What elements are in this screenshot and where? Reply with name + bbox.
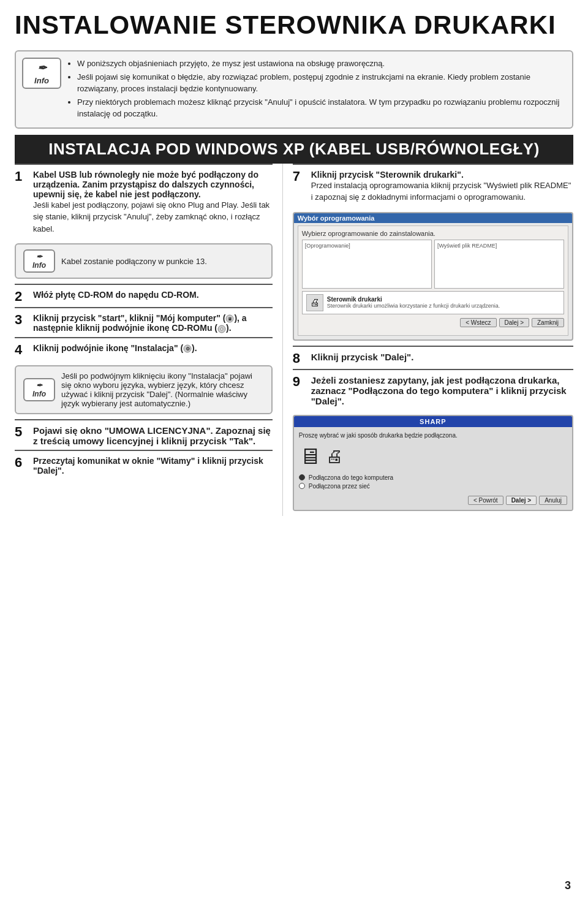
screenshot-1-item-text: Sterownik drukarki Sterownik drukarki um…	[327, 296, 500, 309]
info-label-step4: Info	[32, 390, 46, 398]
info-label-top: Info	[34, 76, 49, 85]
screenshot-1-btn-back[interactable]: < Wstecz	[460, 318, 496, 327]
step-4: 4 Kliknij podwójnie ikonę "Instalacja" (…	[15, 337, 273, 360]
info-label-step1: Info	[32, 261, 46, 270]
step-3-number: 3	[15, 313, 28, 327]
screenshot-1-btn-next[interactable]: Dalej >	[499, 318, 529, 327]
section-header: INSTALACJA POD WINDOWS XP (KABEL USB/RÓW…	[15, 135, 573, 164]
step-4-number: 4	[15, 343, 28, 357]
screenshot-1: Wybór oprogramowania Wybierz oprogramowa…	[293, 212, 573, 341]
printer-icon-ss1: 🖨	[306, 294, 323, 311]
step-6-bold: Przeczytaj komunikat w oknie "Witamy" i …	[33, 456, 263, 476]
screenshot-2-label: Proszę wybrać w jaki sposób drukarka będ…	[299, 432, 567, 439]
info-box-top: ✒ Info W poniższych objaśnieniach przyję…	[15, 50, 573, 129]
screenshot-2-footer: < Powrót Dalej > Anuluj	[299, 496, 567, 505]
step-6-number: 6	[15, 456, 28, 469]
step-5-content: Pojawi się okno "UMOWA LICENCYJNA". Zapo…	[33, 425, 273, 446]
step-1-content: Kabel USB lub równoległy nie może być po…	[33, 170, 273, 235]
step-3: 3 Kliknij przycisk "start", kliknij "Mój…	[15, 307, 273, 337]
step-2: 2 Włóż płytę CD-ROM do napędu CD-ROM.	[15, 284, 273, 307]
screenshot-2-option1-label: Podłączona do tego komputera	[309, 474, 393, 481]
screenshot-2-btn-cancel[interactable]: Anuluj	[539, 496, 567, 505]
col-left: 1 Kabel USB lub równoległy nie może być …	[15, 164, 283, 516]
screenshot-1-title: Wybór oprogramowania	[294, 213, 572, 223]
step-1-bold: Kabel USB lub równoległy nie może być po…	[33, 170, 258, 199]
step-2-bold: Włóż płytę CD-ROM do napędu CD-ROM.	[33, 290, 199, 300]
screenshot-2-option2: Podłączona przez sieć	[299, 483, 567, 490]
step-8: 8 Kliknij przycisk "Dalej".	[293, 346, 573, 369]
screenshot-1-label: Wybierz oprogramowanie do zainstalowania…	[302, 230, 564, 237]
step-2-content: Włóż płytę CD-ROM do napędu CD-ROM.	[33, 290, 273, 300]
screenshot-1-left-panel: [Oprogramowanie]	[302, 240, 432, 289]
step-1-normal: Jeśli kabel jest podłączony, pojawi się …	[33, 199, 273, 235]
step-8-bold: Kliknij przycisk "Dalej".	[311, 352, 414, 362]
info-badge-step4: ✒ Info	[23, 378, 55, 401]
pen-icon-step4: ✒	[36, 381, 42, 390]
pen-icon-step1: ✒	[36, 252, 42, 261]
svg-text:🖥: 🖥	[228, 317, 232, 321]
screenshot-2-btn-back[interactable]: < Powrót	[468, 496, 503, 505]
info-box-step1: ✒ Info Kabel zostanie podłączony w punkc…	[15, 243, 273, 279]
step-9-bold: Jeżeli zostaniesz zapytany, jak jest pod…	[311, 375, 567, 406]
step-2-number: 2	[15, 290, 28, 303]
page-title: INSTALOWANIE STEROWNIKA DRUKARKI	[15, 11, 573, 39]
info-text-step4: Jeśli po podwójnym kliknięciu ikony "Ins…	[61, 371, 264, 408]
step-8-content: Kliknij przycisk "Dalej".	[311, 352, 573, 362]
screenshot-1-right-label: [Wyświetl plik README]	[437, 243, 561, 249]
step-7-content: Kliknij przycisk "Sterownik drukarki". P…	[311, 170, 573, 203]
radio-circle-2	[299, 483, 305, 489]
info-text-top: W poniższych objaśnieniach przyjęto, że …	[67, 58, 564, 121]
step-8-number: 8	[293, 352, 306, 365]
radio-circle-1	[299, 474, 305, 480]
screenshot-2: SHARP Proszę wybrać w jaki sposób drukar…	[293, 415, 573, 511]
step-1: 1 Kabel USB lub równoległy nie może być …	[15, 164, 273, 239]
page-wrapper: INSTALOWANIE STEROWNIKA DRUKARKI ✒ Info …	[0, 0, 588, 902]
step-9-number: 9	[293, 375, 306, 388]
info-badge-top: ✒ Info	[22, 58, 61, 89]
screenshot-1-cols: [Oprogramowanie] [Wyświetl plik README]	[302, 240, 564, 289]
svg-text:⚙: ⚙	[186, 346, 190, 352]
screenshot-1-body: Wybierz oprogramowanie do zainstalowania…	[298, 226, 568, 336]
step-6: 6 Przeczytaj komunikat w oknie "Witamy" …	[15, 450, 273, 479]
screenshot-1-btn-close[interactable]: Zamknij	[532, 318, 564, 327]
info-bullet-1: W poniższych objaśnieniach przyjęto, że …	[77, 58, 564, 70]
step-7-normal: Przed instalacją oprogramowania kliknij …	[311, 180, 573, 203]
screenshot-2-btn-next[interactable]: Dalej >	[506, 496, 537, 505]
printer-icon-ss2: 🖨	[326, 446, 343, 466]
screenshot-1-item-label: Sterownik drukarki	[327, 296, 500, 303]
page-header: INSTALOWANIE STEROWNIKA DRUKARKI	[0, 0, 588, 44]
step-5: 5 Pojawi się okno "UMOWA LICENCYJNA". Za…	[15, 419, 273, 450]
step-9: 9 Jeżeli zostaniesz zapytany, jak jest p…	[293, 369, 573, 410]
step-4-bold: Kliknij podwójnie ikonę "Instalacja" (⚙)…	[33, 343, 197, 353]
step-5-bold: Pojawi się okno "UMOWA LICENCYJNA". Zapo…	[33, 425, 271, 446]
col-right: 7 Kliknij przycisk "Sterownik drukarki".…	[283, 164, 573, 516]
screenshot-1-footer: < Wstecz Dalej > Zamknij	[302, 318, 564, 327]
screenshot-2-body: Proszę wybrać w jaki sposób drukarka będ…	[294, 427, 572, 510]
step-3-bold: Kliknij przycisk "start", kliknij "Mój k…	[33, 313, 247, 333]
screenshot-1-right-panel: [Wyświetl plik README]	[434, 240, 564, 289]
step-7-number: 7	[293, 170, 306, 183]
computer-icon-ss2: 🖥	[299, 444, 321, 469]
page-number: 3	[565, 879, 571, 892]
info-badge-step1: ✒ Info	[23, 249, 55, 273]
step-7-bold: Kliknij przycisk "Sterownik drukarki".	[311, 170, 573, 180]
screenshot-1-left-label: [Oprogramowanie]	[305, 243, 429, 249]
step-6-content: Przeczytaj komunikat w oknie "Witamy" i …	[33, 456, 273, 476]
screenshot-2-title: SHARP	[294, 416, 572, 427]
info-bullet-3: Przy niektórych problemach możesz klikną…	[77, 96, 564, 120]
two-col-layout: 1 Kabel USB lub równoległy nie może być …	[15, 164, 573, 516]
screenshot-2-option1: Podłączona do tego komputera	[299, 474, 567, 481]
screenshot-1-item: 🖨 Sterownik drukarki Sterownik drukarki …	[302, 291, 564, 314]
step-9-content: Jeżeli zostaniesz zapytany, jak jest pod…	[311, 375, 573, 406]
info-bullet-2: Jeśli pojawi się komunikat o błędzie, ab…	[77, 71, 564, 95]
step-4-content: Kliknij podwójnie ikonę "Instalacja" (⚙)…	[33, 343, 273, 353]
pen-icon: ✒	[37, 61, 47, 75]
info-text-step1: Kabel zostanie podłączony w punkcie 13.	[61, 257, 207, 266]
screenshot-2-option2-label: Podłączona przez sieć	[309, 483, 370, 490]
svg-point-3	[221, 328, 223, 330]
step-7: 7 Kliknij przycisk "Sterownik drukarki".…	[293, 164, 573, 207]
step-5-number: 5	[15, 425, 28, 439]
step-3-content: Kliknij przycisk "start", kliknij "Mój k…	[33, 313, 273, 333]
step-1-number: 1	[15, 170, 28, 183]
info-box-step4: ✒ Info Jeśli po podwójnym kliknięciu iko…	[15, 365, 273, 414]
